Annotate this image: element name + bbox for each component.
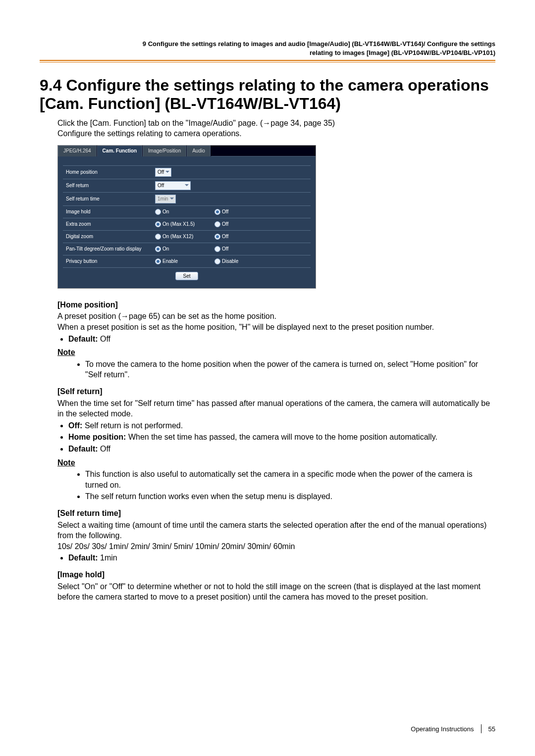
page-title: 9.4 Configure the settings relating to t… xyxy=(40,76,495,113)
pantilt-on-text: On xyxy=(162,246,169,252)
home-position-p1: A preset position (→page 65) can be set … xyxy=(57,311,495,322)
tab-cam-function[interactable]: Cam. Function xyxy=(97,146,142,156)
tab-image-position[interactable]: Image/Position xyxy=(143,146,186,156)
digital-zoom-on-radio[interactable] xyxy=(155,234,161,240)
privacy-enable-radio[interactable] xyxy=(155,258,161,264)
self-return-time-select[interactable]: 1min xyxy=(155,195,176,203)
self-return-time-p1: Select a waiting time (amount of time un… xyxy=(57,520,495,541)
tab-filler xyxy=(211,146,316,156)
self-return-time-default: Default: 1min xyxy=(68,553,495,563)
self-return-note-heading: Note xyxy=(57,457,495,468)
self-return-heading: [Self return] xyxy=(57,386,495,397)
footer-page: 55 xyxy=(488,725,495,733)
row-digital-zoom-label: Digital zoom xyxy=(66,234,155,239)
self-return-time-p2: 10s/ 20s/ 30s/ 1min/ 2min/ 3min/ 5min/ 1… xyxy=(57,541,495,552)
digital-zoom-off-text: Off xyxy=(222,234,228,239)
row-self-return-label: Self return xyxy=(66,183,155,188)
pantilt-off-radio[interactable] xyxy=(214,246,220,252)
image-hold-off-radio[interactable] xyxy=(214,209,220,215)
pantilt-off-text: Off xyxy=(222,246,228,252)
home-position-select[interactable]: Off xyxy=(155,168,171,177)
extra-zoom-on-text: On (Max X1.5) xyxy=(162,221,195,227)
home-position-note-heading: Note xyxy=(57,347,495,358)
intro-line2: Configure the settings relating to camer… xyxy=(57,128,495,139)
image-hold-p1: Select "On" or "Off" to determine whethe… xyxy=(57,581,495,603)
self-return-note-1: This function is also useful to automati… xyxy=(85,469,495,490)
row-extra-zoom-label: Extra zoom xyxy=(66,221,155,227)
intro-line1a: Click the [Cam. Function] tab on the "Im… xyxy=(57,119,263,127)
image-hold-on-text: On xyxy=(162,209,169,214)
self-return-p1: When the time set for "Self return time"… xyxy=(57,398,495,419)
home-position-note-1: To move the camera to the home position … xyxy=(85,359,495,380)
running-header-line2: relating to images [Image] (BL-VP104W/BL… xyxy=(54,49,495,57)
self-return-select[interactable]: Off xyxy=(155,181,191,190)
tab-jpeg[interactable]: JPEG/H.264 xyxy=(58,146,97,156)
row-self-return-time-label: Self return time xyxy=(66,196,155,202)
self-return-note-2: The self return function works even when… xyxy=(85,491,495,502)
digital-zoom-off-radio[interactable] xyxy=(214,234,220,240)
image-hold-off-text: Off xyxy=(222,209,228,214)
row-home-position-label: Home position xyxy=(66,169,155,175)
footer-separator xyxy=(481,724,482,733)
running-header-line1: 9 Configure the settings relating to ima… xyxy=(54,40,495,49)
row-pantilt-label: Pan-Tilt degree/Zoom ratio display xyxy=(66,246,155,252)
tab-bar: JPEG/H.264 Cam. Function Image/Position … xyxy=(58,146,316,156)
footer-label: Operating Instructions xyxy=(411,725,474,733)
home-position-p2: When a preset position is set as the hom… xyxy=(57,322,495,333)
intro-line1b: page 34, page 35) xyxy=(270,119,335,127)
extra-zoom-off-radio[interactable] xyxy=(214,221,220,227)
privacy-disable-text: Disable xyxy=(222,258,238,264)
intro-line1: Click the [Cam. Function] tab on the "Im… xyxy=(57,118,495,129)
extra-zoom-on-radio[interactable] xyxy=(155,221,161,227)
digital-zoom-on-text: On (Max X12) xyxy=(162,234,193,239)
home-position-heading: [Home position] xyxy=(57,300,495,310)
image-hold-on-radio[interactable] xyxy=(155,209,161,215)
header-rule xyxy=(40,60,495,62)
image-hold-heading: [Image hold] xyxy=(57,569,495,580)
extra-zoom-off-text: Off xyxy=(222,221,228,227)
pantilt-on-radio[interactable] xyxy=(155,246,161,252)
privacy-enable-text: Enable xyxy=(162,258,178,264)
self-return-default: Default: Off xyxy=(68,444,495,454)
settings-panel: JPEG/H.264 Cam. Function Image/Position … xyxy=(57,145,316,289)
row-image-hold-label: Image hold xyxy=(66,209,155,214)
self-return-home-position: Home position: When the set time has pas… xyxy=(68,432,495,443)
page-footer: Operating Instructions 55 xyxy=(411,724,495,733)
tab-audio[interactable]: Audio xyxy=(187,146,211,156)
set-button[interactable]: Set xyxy=(175,272,198,280)
self-return-time-heading: [Self return time] xyxy=(57,508,495,519)
home-position-default: Default: Off xyxy=(68,334,495,345)
privacy-disable-radio[interactable] xyxy=(214,258,220,264)
row-privacy-label: Privacy button xyxy=(66,258,155,264)
self-return-off: Off: Self return is not performed. xyxy=(68,420,495,431)
